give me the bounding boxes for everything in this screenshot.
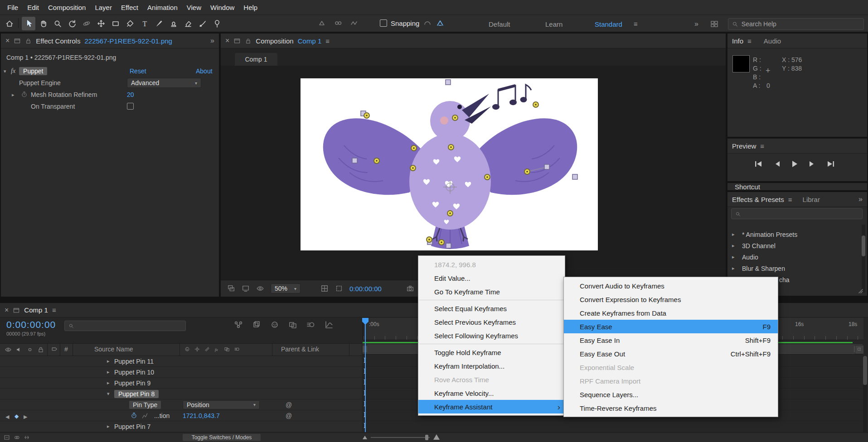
timeline-zoom-thumb[interactable] bbox=[425, 435, 428, 440]
timeline-timecode[interactable]: 0:00:00:00 bbox=[6, 319, 56, 330]
quality-switch-icon[interactable] bbox=[204, 346, 210, 352]
timeline-zoom-slider[interactable] bbox=[371, 437, 430, 438]
last-frame-button[interactable] bbox=[825, 161, 834, 167]
pin-type-row[interactable]: Pin Type Position ▾ @ bbox=[0, 399, 362, 410]
puppet-pin-tool-icon[interactable] bbox=[210, 17, 224, 30]
composition-timecode[interactable]: 0:00:00:00 bbox=[349, 285, 382, 293]
pickwhip-icon[interactable]: @ bbox=[286, 401, 292, 408]
menu-view[interactable]: View bbox=[182, 4, 206, 11]
twirl-closed-icon[interactable]: ▸ bbox=[107, 358, 114, 364]
grid-guides-icon[interactable] bbox=[320, 284, 329, 293]
twirl-closed-icon[interactable]: ▸ bbox=[107, 423, 114, 429]
type-tool-icon[interactable]: T bbox=[138, 17, 151, 30]
effects-presets-title[interactable]: Effects & Presets bbox=[732, 196, 784, 203]
zoom-tool-icon[interactable] bbox=[51, 17, 64, 30]
effect-name[interactable]: Puppet bbox=[19, 67, 47, 75]
next-frame-button[interactable] bbox=[808, 161, 815, 167]
menu-layer[interactable]: Layer bbox=[90, 4, 116, 11]
expand-inout-pane-icon[interactable] bbox=[24, 434, 30, 441]
panel-menu-icon[interactable]: ≡ bbox=[760, 143, 764, 149]
mask-visibility-icon[interactable] bbox=[335, 284, 343, 293]
stopwatch-icon[interactable] bbox=[21, 91, 28, 98]
effect-controls-filename[interactable]: 222567-P1REE5-922-01.png bbox=[84, 37, 172, 45]
kf-prev-icon[interactable]: ◀ bbox=[5, 413, 9, 420]
motion-blur-switch-icon[interactable] bbox=[234, 346, 240, 352]
timeline-search-box[interactable] bbox=[64, 321, 186, 331]
close-icon[interactable]: × bbox=[5, 307, 9, 314]
reset-button[interactable]: Reset bbox=[130, 67, 146, 75]
menu-composition[interactable]: Composition bbox=[44, 4, 90, 11]
submenu-convert-expression[interactable]: Convert Expression to Keyframes bbox=[564, 293, 778, 306]
pan-behind-tool-icon[interactable] bbox=[94, 17, 108, 30]
shape-tool-icon[interactable] bbox=[109, 17, 122, 30]
help-search-input[interactable] bbox=[741, 20, 860, 28]
panel-overflow-icon[interactable]: » bbox=[210, 37, 214, 44]
comp-marker-button[interactable] bbox=[855, 345, 864, 354]
expand-switches-pane-icon[interactable] bbox=[4, 434, 10, 441]
eraser-tool-icon[interactable] bbox=[181, 17, 195, 30]
help-search-box[interactable] bbox=[728, 18, 864, 30]
track-row[interactable]: I bbox=[363, 421, 863, 432]
twirl-open-icon[interactable]: ▾ bbox=[107, 391, 114, 397]
snap-angle-icon[interactable] bbox=[436, 19, 445, 28]
toggle-switches-modes-button[interactable]: Toggle Switches / Modes bbox=[183, 434, 261, 441]
layer-row-puppet-pin-9[interactable]: ▸ Puppet Pin 9 bbox=[0, 378, 362, 389]
tab-library-partial[interactable]: Librar bbox=[803, 196, 820, 203]
panel-overflow-icon[interactable]: » bbox=[858, 196, 863, 203]
zoom-out-mountain-icon[interactable] bbox=[363, 436, 367, 439]
effects-search-box[interactable] bbox=[731, 208, 863, 219]
menu-file[interactable]: File bbox=[3, 4, 23, 11]
twirl-closed-icon[interactable]: ▸ bbox=[732, 254, 739, 260]
menu-edit[interactable]: Edit bbox=[23, 4, 44, 11]
layer-row-puppet-pin-10[interactable]: ▸ Puppet Pin 10 bbox=[0, 367, 362, 378]
context-menu-keyframe-interpolation[interactable]: Keyfram Interpolation... bbox=[418, 359, 565, 373]
graph-toggle-icon[interactable] bbox=[141, 413, 148, 419]
twirl-closed-icon[interactable]: ▸ bbox=[12, 92, 19, 98]
tab-audio[interactable]: Audio bbox=[764, 37, 781, 45]
roto-brush-tool-icon[interactable] bbox=[196, 17, 209, 30]
scrollbar-thumb[interactable] bbox=[863, 356, 867, 385]
fx-switch-icon[interactable]: fx bbox=[214, 346, 220, 352]
submenu-easy-ease-out[interactable]: Easy Ease OutCtrl+Shift+F9 bbox=[564, 347, 778, 360]
effects-list-item[interactable]: ▸ Blur & Sharpen bbox=[732, 263, 785, 274]
effects-scrollbar[interactable] bbox=[862, 225, 865, 293]
effect-controls-title[interactable]: Effect Controls bbox=[36, 37, 80, 45]
rotate-tool-icon[interactable] bbox=[65, 17, 79, 30]
menu-animation[interactable]: Animation bbox=[143, 4, 182, 11]
puppet-engine-dropdown[interactable]: Advanced ▾ bbox=[127, 78, 201, 88]
scrollbar-thumb[interactable] bbox=[862, 235, 865, 256]
workspace-learn[interactable]: Learn bbox=[545, 20, 563, 28]
submenu-create-keyframes-from-data[interactable]: Create Keyframes from Data bbox=[564, 306, 778, 320]
context-menu-keyframe-assistant[interactable]: Keyframe Assistant › bbox=[418, 400, 565, 413]
playhead-line[interactable] bbox=[365, 318, 366, 432]
on-transparent-checkbox[interactable] bbox=[127, 103, 134, 110]
effects-list-item[interactable]: ▸ * Animation Presets bbox=[732, 229, 797, 240]
dim-tool-icon-3[interactable] bbox=[350, 19, 359, 28]
expand-transfer-pane-icon[interactable] bbox=[14, 434, 20, 441]
twirl-open-icon[interactable]: ▾ bbox=[4, 68, 11, 74]
kf-current-icon[interactable]: ◆ bbox=[15, 412, 19, 419]
lock-icon[interactable] bbox=[25, 38, 32, 44]
context-menu-select-following[interactable]: Select Following Keyframes bbox=[418, 329, 565, 342]
brush-tool-icon[interactable] bbox=[152, 17, 166, 30]
workspace-grid-icon[interactable] bbox=[710, 19, 719, 29]
effects-search-input[interactable] bbox=[743, 210, 858, 218]
layer-row-puppet-pin-11[interactable]: ▸ Puppet Pin 11 bbox=[0, 356, 362, 367]
twirl-closed-icon[interactable]: ▸ bbox=[107, 380, 114, 386]
pen-tool-icon[interactable] bbox=[123, 17, 137, 30]
panel-menu-icon[interactable]: ≡ bbox=[747, 38, 752, 44]
draft-3d-icon[interactable] bbox=[252, 320, 261, 329]
workspace-default[interactable]: Default bbox=[489, 20, 510, 28]
solo-icon[interactable] bbox=[26, 346, 34, 353]
collapse-switch-icon[interactable] bbox=[194, 346, 200, 352]
hide-shy-layers-icon[interactable] bbox=[270, 320, 279, 329]
timeline-scrollbar[interactable] bbox=[863, 356, 867, 432]
snap-arc-icon[interactable] bbox=[423, 19, 432, 28]
dim-tool-icon-2[interactable] bbox=[334, 19, 343, 28]
context-menu-go-to-keyframe-time[interactable]: Go To Keyframe Time bbox=[418, 285, 565, 298]
clone-stamp-tool-icon[interactable] bbox=[167, 17, 180, 30]
shortcut-panel-title[interactable]: Shortcut bbox=[735, 183, 760, 190]
context-menu-select-previous[interactable]: Select Previous Keyframes bbox=[418, 315, 565, 329]
audio-icon[interactable] bbox=[15, 346, 23, 353]
lock-icon[interactable] bbox=[245, 38, 252, 44]
